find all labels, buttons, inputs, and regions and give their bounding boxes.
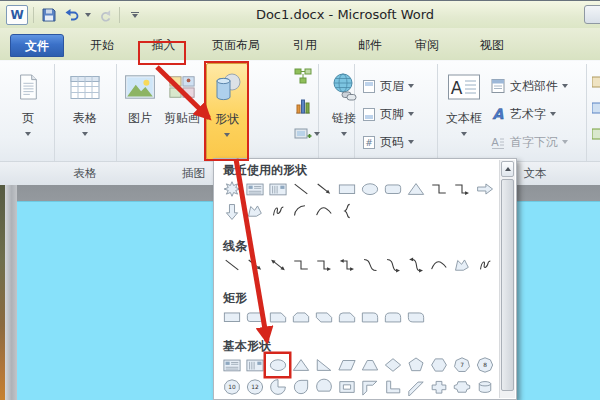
link-button[interactable]: 链接: [324, 63, 364, 160]
shape-heptagon-7[interactable]: 7: [450, 354, 473, 376]
shape-rectangle[interactable]: [220, 306, 243, 328]
shape-textbox[interactable]: [220, 354, 243, 376]
save-button[interactable]: [39, 6, 59, 25]
shape-rounded-rectangle[interactable]: [381, 178, 404, 200]
scrollbar-thumb[interactable]: [501, 179, 514, 391]
shape-right-arrow[interactable]: [473, 178, 496, 200]
shape-can[interactable]: [473, 376, 496, 398]
tab-mailings[interactable]: 邮件: [347, 34, 393, 57]
scroll-up-button[interactable]: [501, 161, 514, 177]
drop-cap-button[interactable]: A 首字下沉: [490, 131, 568, 153]
shape-elbow-connector[interactable]: [427, 178, 450, 200]
shape-chord[interactable]: [312, 376, 335, 398]
shape-line[interactable]: [220, 254, 243, 276]
screenshot-button[interactable]: [294, 127, 320, 141]
shape-vertical-textbox[interactable]: [243, 354, 266, 376]
shape-curved-arrow-connector[interactable]: [381, 254, 404, 276]
shape-diamond[interactable]: [381, 354, 404, 376]
shape-l-shape[interactable]: [381, 376, 404, 398]
shape-snip-diagonal-corners[interactable]: [312, 306, 335, 328]
shape-teardrop[interactable]: [289, 376, 312, 398]
word-art-button[interactable]: A 艺术字: [490, 103, 556, 125]
redo-button[interactable]: [94, 6, 114, 25]
down-arrow-icon: [222, 202, 242, 220]
shape-arrow[interactable]: [243, 254, 266, 276]
shape-right-triangle[interactable]: [312, 354, 335, 376]
tab-insert[interactable]: 插入: [141, 34, 186, 57]
shape-curve[interactable]: [312, 200, 335, 222]
tab-view[interactable]: 视图: [469, 34, 515, 57]
shape-plaque[interactable]: [450, 376, 473, 398]
shape-parallelogram[interactable]: [335, 354, 358, 376]
shape-curved-connector[interactable]: [358, 254, 381, 276]
curved-connector-icon: [360, 256, 380, 274]
footer-button[interactable]: 页脚: [362, 103, 414, 125]
window-control-partial[interactable]: [584, 5, 600, 24]
shape-snip-single-corner[interactable]: [266, 306, 289, 328]
shape-down-arrow[interactable]: [220, 200, 243, 222]
smartart-button[interactable]: [294, 67, 320, 88]
undo-button[interactable]: [62, 6, 82, 25]
shape-hexagon[interactable]: [427, 354, 450, 376]
picture-button[interactable]: 图片: [120, 63, 160, 160]
shape-freeform[interactable]: [450, 254, 473, 276]
shape-scribble[interactable]: [266, 200, 289, 222]
tab-file[interactable]: 文件: [10, 34, 64, 57]
shape-curve[interactable]: [427, 254, 450, 276]
shape-rectangle[interactable]: [335, 178, 358, 200]
header-button[interactable]: 页眉: [362, 75, 414, 97]
shape-diagonal-stripe[interactable]: [404, 376, 427, 398]
shape-round-diagonal-corners[interactable]: [404, 306, 427, 328]
shape-octagon-8[interactable]: 8: [473, 354, 496, 376]
shape-dodecagon-12[interactable]: 12: [243, 376, 266, 398]
text-box-button[interactable]: A 文本框: [443, 63, 485, 160]
page-button[interactable]: 页: [8, 63, 48, 160]
clip-art-button[interactable]: 剪贴画: [161, 63, 203, 160]
chart-button[interactable]: [294, 97, 320, 118]
shape-pie[interactable]: [266, 376, 289, 398]
shape-elbow-arrow-connector[interactable]: [312, 254, 335, 276]
shape-scribble[interactable]: [473, 254, 496, 276]
shape-snip-round-single-corner[interactable]: [335, 306, 358, 328]
diagonal-stripe-icon: [406, 378, 426, 396]
shape-isosceles-triangle[interactable]: [289, 354, 312, 376]
shape-oval[interactable]: [358, 178, 381, 200]
shape-half-frame[interactable]: [358, 376, 381, 398]
tab-review[interactable]: 审阅: [404, 34, 450, 57]
shape-arrow[interactable]: [312, 178, 335, 200]
shape-left-brace[interactable]: [335, 200, 358, 222]
shape-round-single-corner[interactable]: [358, 306, 381, 328]
shape-textbox[interactable]: [243, 178, 266, 200]
shapes-button[interactable]: 形状: [206, 63, 248, 160]
shape-snip-same-side-corners[interactable]: [289, 306, 312, 328]
shape-decagon-10[interactable]: 10: [220, 376, 243, 398]
tab-home[interactable]: 开始: [78, 34, 126, 57]
tab-page-layout[interactable]: 页面布局: [202, 34, 270, 57]
undo-dropdown-caret[interactable]: [85, 13, 91, 17]
shape-arc[interactable]: [289, 200, 312, 222]
quick-parts-button[interactable]: 文档部件: [490, 75, 568, 97]
shape-rounded-rectangle[interactable]: [243, 306, 266, 328]
shape-freeform[interactable]: [243, 200, 266, 222]
page-number-button[interactable]: # 页码: [362, 131, 414, 153]
shape-trapezoid[interactable]: [358, 354, 381, 376]
shape-line[interactable]: [289, 178, 312, 200]
shape-star-8pt[interactable]: [220, 178, 243, 200]
tab-references[interactable]: 引用: [282, 34, 328, 57]
shape-elbow-double-arrow-connector[interactable]: [335, 254, 358, 276]
redo-icon: [97, 8, 112, 23]
shape-curved-double-arrow-connector[interactable]: [404, 254, 427, 276]
shape-frame[interactable]: [335, 376, 358, 398]
shape-elbow-connector[interactable]: [289, 254, 312, 276]
word-app-icon[interactable]: W: [6, 5, 28, 25]
shape-vertical-textbox[interactable]: [266, 178, 289, 200]
shape-elbow-arrow-connector[interactable]: [450, 178, 473, 200]
shape-round-same-side-corners[interactable]: [381, 306, 404, 328]
table-button[interactable]: 表格: [60, 63, 110, 160]
dropdown-scrollbar[interactable]: [499, 160, 515, 398]
shape-triangle[interactable]: [404, 178, 427, 200]
shape-oval[interactable]: [266, 354, 289, 376]
shape-double-arrow[interactable]: [266, 254, 289, 276]
shape-pentagon[interactable]: [404, 354, 427, 376]
shape-cross[interactable]: [427, 376, 450, 398]
